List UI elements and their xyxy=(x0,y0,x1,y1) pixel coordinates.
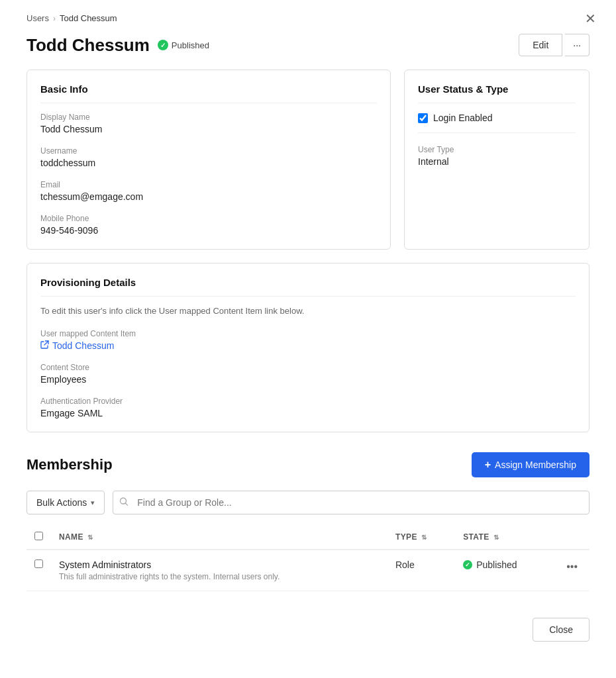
membership-title: Membership xyxy=(26,456,113,473)
login-enabled-row: Login Enabled xyxy=(418,113,576,133)
name-sort-icon: ⇅ xyxy=(87,534,93,541)
display-name-field: Display Name Todd Chessum xyxy=(40,113,377,134)
auth-provider-field: Authentication Provider Emgage SAML xyxy=(40,397,576,418)
breadcrumb-users-link[interactable]: Users xyxy=(26,13,49,23)
close-x-button[interactable]: ✕ xyxy=(585,12,596,25)
assign-btn-label: Assign Membership xyxy=(495,460,576,470)
row-check-cell xyxy=(26,550,51,591)
plus-icon: + xyxy=(485,459,491,471)
membership-section: Membership + Assign Membership Bulk Acti… xyxy=(26,452,590,591)
user-status-title: User Status & Type xyxy=(418,83,576,103)
content-store-label: Content Store xyxy=(40,363,576,372)
content-item-link[interactable]: Todd Chessum xyxy=(40,340,576,351)
row-description: This full administrative rights to the s… xyxy=(59,572,380,581)
membership-header: Membership + Assign Membership xyxy=(26,452,590,477)
login-enabled-checkbox[interactable] xyxy=(418,113,428,123)
row-type-value: Role xyxy=(395,559,415,570)
display-name-value: Todd Chessum xyxy=(40,124,377,134)
col-type-label: TYPE xyxy=(395,532,417,542)
membership-table: NAME ⇅ TYPE ⇅ STATE ⇅ xyxy=(26,525,590,591)
content-item-link-text: Todd Chessum xyxy=(52,340,114,351)
auth-provider-label: Authentication Provider xyxy=(40,397,576,406)
basic-info-title: Basic Info xyxy=(40,83,377,103)
table-row: System Administrators This full administ… xyxy=(26,550,590,591)
col-state-header[interactable]: STATE ⇅ xyxy=(455,525,554,550)
page-header: Todd Chessum Published Edit ··· xyxy=(0,23,616,70)
row-state-cell: Published xyxy=(455,550,554,591)
search-wrapper xyxy=(113,491,590,514)
user-type-field: User Type Internal xyxy=(418,145,576,167)
page-title-area: Todd Chessum Published xyxy=(26,35,209,56)
mobile-value: 949-546-9096 xyxy=(40,225,377,236)
user-status-card: User Status & Type Login Enabled User Ty… xyxy=(404,70,590,250)
col-actions-header xyxy=(554,525,590,550)
row-actions-cell: ••• xyxy=(554,550,590,591)
more-options-button[interactable]: ··· xyxy=(565,34,590,56)
row-more-button[interactable]: ••• xyxy=(562,559,582,574)
breadcrumb-separator: › xyxy=(53,14,56,23)
username-label: Username xyxy=(40,146,377,156)
provisioning-description: To edit this user's info click the User … xyxy=(40,306,576,316)
row-state-value: Published xyxy=(476,559,517,570)
col-check xyxy=(26,525,51,550)
row-checkbox[interactable] xyxy=(34,559,43,568)
dropdown-arrow-icon: ▾ xyxy=(91,499,95,507)
row-name-cell: System Administrators This full administ… xyxy=(51,550,387,591)
state-published-dot xyxy=(463,560,472,569)
top-cards: Basic Info Display Name Todd Chessum Use… xyxy=(26,70,590,250)
select-all-checkbox[interactable] xyxy=(34,532,43,540)
col-state-label: STATE xyxy=(463,532,489,542)
state-sort-icon: ⇅ xyxy=(493,534,499,541)
email-label: Email xyxy=(40,180,377,189)
content-item-label: User mapped Content Item xyxy=(40,329,576,338)
provisioning-title: Provisioning Details xyxy=(40,277,576,297)
email-field: Email tchessum@emgage.com xyxy=(40,180,377,202)
breadcrumb: Users › Todd Chessum xyxy=(0,0,616,23)
content-store-field: Content Store Employees xyxy=(40,363,576,385)
col-type-header[interactable]: TYPE ⇅ xyxy=(387,525,455,550)
login-enabled-label: Login Enabled xyxy=(433,113,493,123)
bulk-actions-button[interactable]: Bulk Actions ▾ xyxy=(26,491,105,514)
membership-toolbar: Bulk Actions ▾ xyxy=(26,491,590,514)
basic-info-card: Basic Info Display Name Todd Chessum Use… xyxy=(26,70,391,250)
footer: Close xyxy=(0,605,616,655)
row-state-display: Published xyxy=(463,559,546,570)
row-name: System Administrators xyxy=(59,559,380,570)
bulk-actions-label: Bulk Actions xyxy=(36,497,87,508)
mobile-label: Mobile Phone xyxy=(40,214,377,223)
breadcrumb-current: Todd Chessum xyxy=(60,13,117,23)
membership-search-input[interactable] xyxy=(113,491,590,514)
close-button[interactable]: Close xyxy=(533,618,590,642)
user-type-value: Internal xyxy=(418,156,576,167)
search-icon xyxy=(119,497,128,508)
header-actions: Edit ··· xyxy=(519,34,590,56)
username-field: Username toddchessum xyxy=(40,146,377,168)
published-icon xyxy=(158,40,168,50)
provisioning-card: Provisioning Details To edit this user's… xyxy=(26,263,590,432)
type-sort-icon: ⇅ xyxy=(421,534,427,541)
main-content: Basic Info Display Name Todd Chessum Use… xyxy=(0,70,616,591)
mobile-field: Mobile Phone 949-546-9096 xyxy=(40,214,377,236)
col-name-label: NAME xyxy=(59,532,83,542)
edit-button[interactable]: Edit xyxy=(519,34,562,56)
email-value: tchessum@emgage.com xyxy=(40,191,377,202)
published-label: Published xyxy=(172,40,209,50)
user-type-label: User Type xyxy=(418,145,576,154)
page-title: Todd Chessum xyxy=(26,35,150,56)
content-store-value: Employees xyxy=(40,374,576,385)
assign-membership-button[interactable]: + Assign Membership xyxy=(472,452,590,477)
row-type-cell: Role xyxy=(387,550,455,591)
display-name-label: Display Name xyxy=(40,113,377,122)
username-value: toddchessum xyxy=(40,158,377,168)
content-item-field: User mapped Content Item Todd Chessum xyxy=(40,329,576,351)
external-link-icon xyxy=(40,340,49,351)
col-name-header[interactable]: NAME ⇅ xyxy=(51,525,387,550)
auth-provider-value: Emgage SAML xyxy=(40,408,576,418)
published-badge: Published xyxy=(158,40,209,50)
